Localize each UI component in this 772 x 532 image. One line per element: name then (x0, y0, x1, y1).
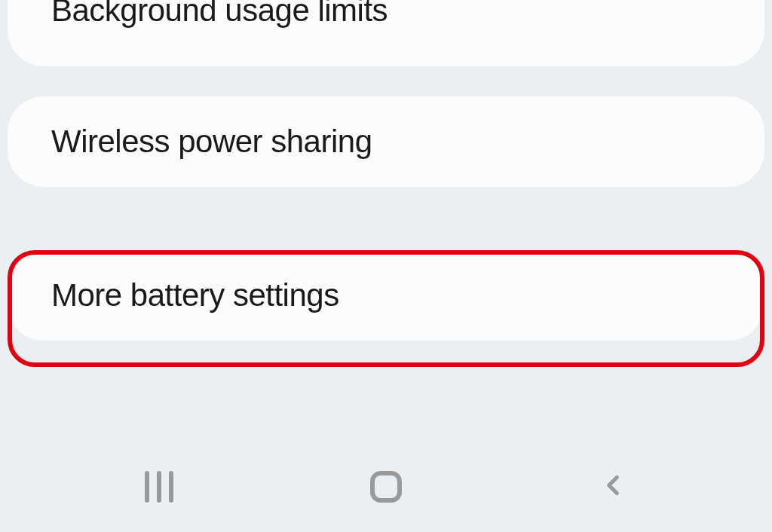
navigation-bar (0, 442, 772, 532)
settings-item-label: Wireless power sharing (51, 124, 372, 159)
back-button[interactable] (583, 457, 643, 517)
settings-item-background-usage[interactable]: Background usage limits (8, 0, 764, 66)
settings-item-label: More battery settings (51, 277, 339, 313)
settings-item-wireless-power-sharing[interactable]: Wireless power sharing (8, 96, 764, 187)
home-button[interactable] (356, 457, 416, 517)
recents-icon (145, 471, 173, 503)
settings-item-more-battery-settings[interactable]: More battery settings (8, 250, 764, 341)
home-icon (370, 471, 402, 503)
settings-item-label: Background usage limits (51, 0, 388, 28)
back-icon (597, 469, 629, 504)
recents-button[interactable] (129, 457, 189, 517)
